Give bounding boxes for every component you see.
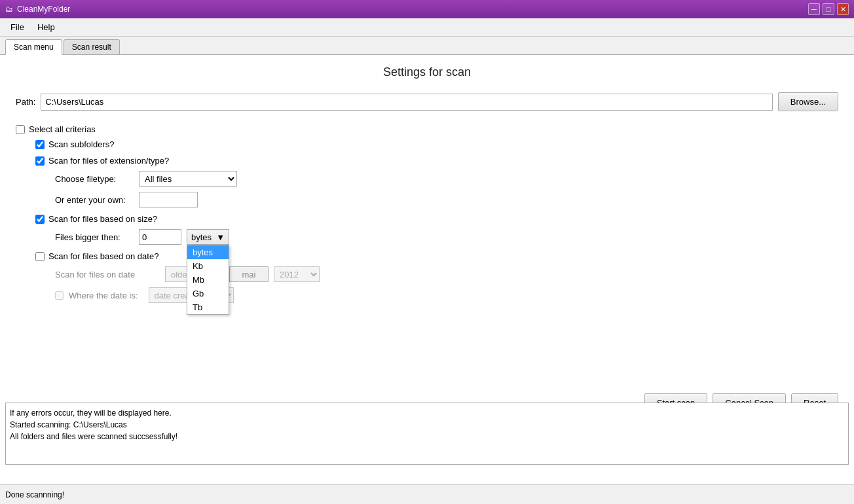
date-year-select[interactable]: 2012 2011 2013 bbox=[274, 266, 320, 282]
date-filter-row: Scan for files on date older then newer … bbox=[55, 266, 838, 282]
scan-extension-label: Scan for files of extension/type? bbox=[48, 156, 169, 166]
main-content: Settings for scan Path: Browse... Select… bbox=[0, 55, 854, 484]
close-button[interactable]: ✕ bbox=[837, 3, 849, 15]
app-icon: 🗂 bbox=[5, 5, 13, 14]
tab-scan-result[interactable]: Scan result bbox=[64, 39, 120, 54]
log-area: If any errors occur, they will be displa… bbox=[5, 403, 849, 465]
scan-size-section: Scan for files based on size? Files bigg… bbox=[35, 214, 838, 245]
size-row: Files bigger then: bytes ▼ bytes Kb Mb G… bbox=[55, 229, 838, 245]
scan-date-label: Scan for files based on date? bbox=[48, 251, 158, 261]
date-month-input[interactable] bbox=[229, 266, 269, 282]
status-text: Done scannning! bbox=[5, 490, 64, 499]
or-enter-label: Or enter your own: bbox=[55, 195, 134, 205]
scan-size-label: Scan for files based on size? bbox=[48, 214, 157, 224]
scan-subfolders-label: Scan subfolders? bbox=[48, 139, 114, 149]
page-title: Settings for scan bbox=[16, 65, 838, 79]
scan-date-on-label: Scan for files on date bbox=[55, 270, 160, 279]
tab-scan-menu[interactable]: Scan menu bbox=[5, 39, 62, 55]
app-title: CleanMyFolder bbox=[17, 5, 70, 14]
scan-extension-checkbox[interactable] bbox=[35, 156, 45, 166]
log-line-2: Started scanning: C:\Users\Lucas bbox=[10, 419, 844, 431]
path-input[interactable] bbox=[41, 94, 772, 111]
select-all-label: Select all criterias bbox=[29, 124, 96, 134]
path-label: Path: bbox=[16, 97, 35, 107]
where-date-row: Where the date is: date created date mod… bbox=[55, 287, 838, 303]
path-row: Path: Browse... bbox=[16, 92, 838, 111]
custom-ext-row: Or enter your own: bbox=[55, 192, 838, 207]
scan-size-checkbox[interactable] bbox=[35, 215, 45, 224]
scan-date-row: Scan for files based on date? bbox=[35, 251, 838, 261]
title-bar-left: 🗂 CleanMyFolder bbox=[5, 5, 70, 14]
scan-subfolders-checkbox[interactable] bbox=[35, 140, 45, 149]
scan-size-row: Scan for files based on size? bbox=[35, 214, 838, 224]
scan-extension-row: Scan for files of extension/type? bbox=[35, 156, 838, 166]
unit-dropdown: bytes Kb Mb Gb Tb bbox=[187, 245, 229, 315]
unit-option-gb[interactable]: Gb bbox=[187, 287, 229, 300]
select-all-checkbox[interactable] bbox=[16, 125, 25, 134]
filetype-row: Choose filetype: All files Images Docume… bbox=[55, 171, 838, 187]
scan-subfolders-row: Scan subfolders? bbox=[35, 139, 838, 149]
where-date-checkbox[interactable] bbox=[55, 291, 64, 300]
browse-button[interactable]: Browse... bbox=[778, 92, 838, 111]
unit-option-kb[interactable]: Kb bbox=[187, 259, 229, 273]
title-bar: 🗂 CleanMyFolder ─ □ ✕ bbox=[0, 0, 854, 18]
title-bar-controls: ─ □ ✕ bbox=[808, 3, 849, 15]
where-date-label: Where the date is: bbox=[69, 291, 138, 300]
tab-bar: Scan menu Scan result bbox=[0, 37, 854, 55]
log-line-3: All folders and files were scanned succs… bbox=[10, 431, 844, 442]
size-input[interactable] bbox=[139, 229, 181, 245]
scan-subfolders-section: Scan subfolders? bbox=[35, 139, 838, 149]
unit-dropdown-arrow: ▼ bbox=[216, 232, 225, 242]
scan-extension-section: Scan for files of extension/type? Choose… bbox=[35, 156, 838, 207]
unit-selected-value: bytes bbox=[191, 232, 212, 242]
log-line-1: If any errors occur, they will be displa… bbox=[10, 407, 844, 419]
unit-option-bytes[interactable]: bytes bbox=[187, 245, 229, 259]
select-all-row: Select all criterias bbox=[16, 124, 838, 134]
scan-date-checkbox[interactable] bbox=[35, 252, 45, 261]
scan-date-section: Scan for files based on date? Scan for f… bbox=[35, 251, 838, 303]
file-menu[interactable]: File bbox=[5, 20, 29, 34]
unit-container: bytes ▼ bytes Kb Mb Gb Tb bbox=[187, 229, 229, 245]
custom-ext-input[interactable] bbox=[139, 192, 198, 207]
status-bar: Done scannning! bbox=[0, 484, 854, 504]
minimize-button[interactable]: ─ bbox=[808, 3, 820, 15]
help-menu[interactable]: Help bbox=[32, 20, 60, 34]
unit-select-button[interactable]: bytes ▼ bbox=[187, 229, 229, 245]
menu-bar: File Help bbox=[0, 18, 854, 37]
filetype-label: Choose filetype: bbox=[55, 174, 134, 184]
maximize-button[interactable]: □ bbox=[823, 3, 834, 15]
unit-option-mb[interactable]: Mb bbox=[187, 273, 229, 287]
unit-option-tb[interactable]: Tb bbox=[187, 300, 229, 314]
filetype-select[interactable]: All files Images Documents Videos Audio … bbox=[139, 171, 237, 187]
files-bigger-label: Files bigger then: bbox=[55, 232, 134, 242]
